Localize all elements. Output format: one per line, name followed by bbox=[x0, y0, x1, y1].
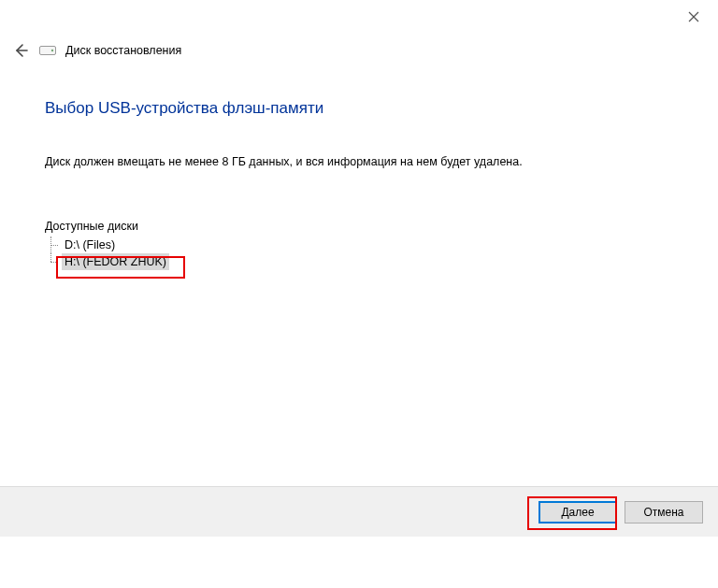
wizard-footer: Далее Отмена bbox=[0, 486, 718, 537]
page-title: Выбор USB-устройства флэш-памяти bbox=[45, 99, 323, 118]
wizard-title: Диск восстановления bbox=[65, 44, 181, 57]
instruction-text: Диск должен вмещать не менее 8 ГБ данных… bbox=[45, 155, 523, 168]
back-button[interactable] bbox=[11, 41, 30, 60]
svg-point-4 bbox=[51, 50, 53, 51]
close-button[interactable] bbox=[681, 7, 707, 26]
drive-icon bbox=[39, 44, 56, 57]
tree-connector-icon bbox=[45, 237, 62, 253]
available-drives-label: Доступные диски bbox=[45, 220, 169, 233]
back-arrow-icon bbox=[13, 43, 28, 58]
cancel-button[interactable]: Отмена bbox=[625, 501, 703, 523]
close-icon bbox=[688, 11, 699, 22]
wizard-header: Диск восстановления bbox=[11, 41, 181, 60]
drive-label: D:\ (Files) bbox=[62, 237, 118, 253]
tree-connector-icon bbox=[45, 253, 62, 270]
drive-item[interactable]: D:\ (Files) bbox=[45, 237, 169, 253]
drive-label: H:\ (FEDOR ZHUK) bbox=[62, 253, 169, 270]
available-drives-section: Доступные диски D:\ (Files) H:\ (FEDOR Z… bbox=[45, 220, 169, 270]
drive-item[interactable]: H:\ (FEDOR ZHUK) bbox=[45, 253, 169, 270]
next-button[interactable]: Далее bbox=[538, 501, 617, 523]
